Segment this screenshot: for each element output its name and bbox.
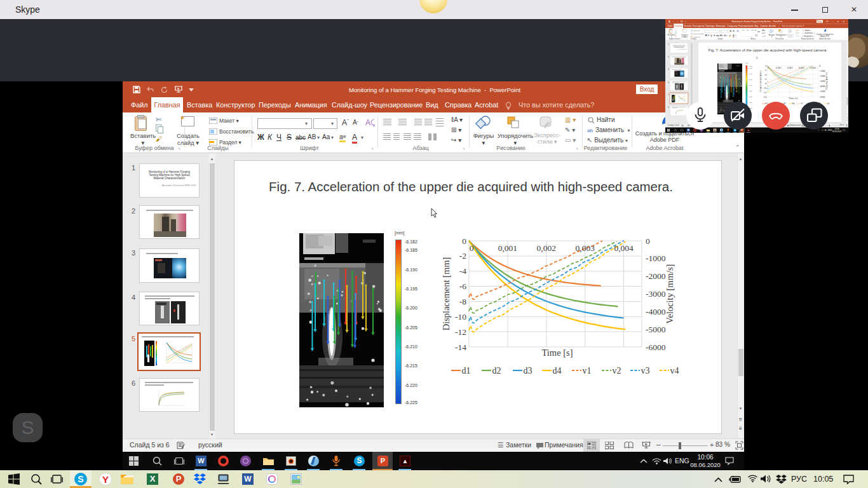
svg-text:d2: d2 bbox=[492, 366, 501, 376]
svg-text:v3: v3 bbox=[641, 366, 650, 376]
svg-text:Velocity [mm/s]: Velocity [mm/s] bbox=[665, 264, 675, 324]
svg-text:-4000: -4000 bbox=[646, 307, 666, 316]
svg-text:-12: -12 bbox=[763, 91, 766, 94]
svg-text:-10: -10 bbox=[455, 312, 466, 322]
svg-text:v1: v1 bbox=[583, 366, 592, 376]
svg-text:0: 0 bbox=[646, 236, 650, 246]
svg-text:-6: -6 bbox=[764, 78, 766, 81]
svg-text:-2: -2 bbox=[459, 251, 466, 261]
svg-text:-5000: -5000 bbox=[646, 325, 666, 334]
svg-text:Displacement [mm]: Displacement [mm] bbox=[443, 257, 451, 331]
svg-text:d1: d1 bbox=[462, 366, 471, 376]
svg-text:0: 0 bbox=[462, 236, 466, 246]
svg-text:d4: d4 bbox=[553, 366, 562, 376]
svg-text:-6000: -6000 bbox=[819, 95, 825, 98]
svg-text:-14: -14 bbox=[455, 342, 466, 352]
svg-text:-10: -10 bbox=[763, 86, 766, 90]
svg-text:-1000: -1000 bbox=[819, 69, 825, 72]
svg-text:Time [s]: Time [s] bbox=[789, 97, 798, 100]
svg-text:-3000: -3000 bbox=[819, 79, 825, 83]
svg-text:-4: -4 bbox=[764, 73, 766, 76]
svg-text:-8: -8 bbox=[764, 82, 766, 85]
svg-text:-8: -8 bbox=[459, 297, 466, 306]
svg-text:0,002: 0,002 bbox=[537, 243, 556, 253]
svg-text:-4: -4 bbox=[459, 266, 466, 276]
svg-text:0: 0 bbox=[768, 66, 769, 69]
svg-text:v4: v4 bbox=[670, 366, 679, 376]
svg-text:v2: v2 bbox=[613, 366, 621, 376]
svg-text:-6: -6 bbox=[459, 281, 466, 291]
svg-text:-3000: -3000 bbox=[646, 289, 666, 299]
svg-text:-2000: -2000 bbox=[819, 74, 825, 78]
svg-text:d4: d4 bbox=[792, 102, 794, 105]
svg-text:-2: -2 bbox=[764, 69, 766, 72]
svg-text:0: 0 bbox=[765, 64, 766, 67]
svg-text:0: 0 bbox=[819, 64, 820, 67]
svg-text:0,003: 0,003 bbox=[576, 243, 595, 253]
svg-text:0,004: 0,004 bbox=[614, 243, 634, 253]
svg-text:Time [s]: Time [s] bbox=[541, 348, 573, 358]
svg-text:Velocity [mm/s]: Velocity [mm/s] bbox=[825, 72, 828, 90]
svg-text:0,001: 0,001 bbox=[498, 243, 517, 253]
svg-text:-2000: -2000 bbox=[646, 271, 666, 281]
svg-text:-14: -14 bbox=[763, 95, 766, 98]
svg-text:d3: d3 bbox=[524, 366, 532, 376]
svg-text:-1000: -1000 bbox=[646, 254, 666, 263]
svg-text:-4000: -4000 bbox=[819, 85, 825, 88]
svg-text:-6000: -6000 bbox=[646, 342, 666, 352]
svg-text:0: 0 bbox=[470, 243, 474, 253]
svg-text:-5000: -5000 bbox=[819, 90, 825, 93]
svg-text:-12: -12 bbox=[455, 327, 466, 337]
svg-text:Displacement [mm]: Displacement [mm] bbox=[759, 70, 762, 92]
